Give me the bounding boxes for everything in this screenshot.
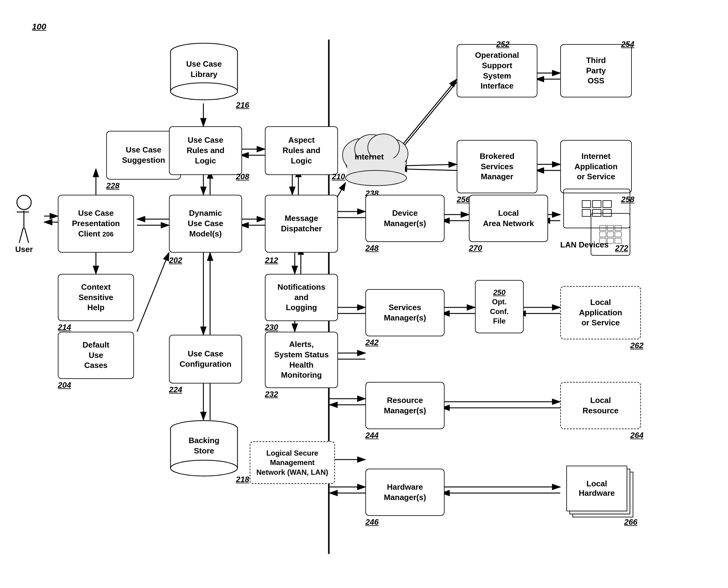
aspect-rules-label: AspectRules andLogic: [283, 135, 320, 166]
local-app-box: LocalApplicationor Service: [560, 286, 641, 339]
notifications-label: NotificationsandLogging: [277, 282, 325, 313]
operational-support-box: OperationalSupportSystemInterface: [457, 44, 537, 98]
aspect-rules-box: AspectRules andLogic: [265, 126, 338, 175]
internet-app-label: InternetApplicationor Service: [575, 151, 618, 182]
message-dispatcher-label: MessageDispatcher: [281, 213, 322, 234]
user-figure: User: [15, 195, 33, 254]
third-party-oss-box: ThirdPartyOSS: [560, 44, 632, 98]
svg-point-67: [170, 83, 237, 100]
use-case-rules-box: Use CaseRules andLogic: [169, 126, 242, 175]
dynamic-use-case-box: DynamicUse CaseModel(s): [169, 195, 242, 253]
context-sensitive-label: ContextSensitiveHelp: [79, 282, 113, 313]
ref-254: 254: [621, 40, 634, 49]
ref-246: 246: [366, 518, 378, 527]
diagram-container: 100: [0, 0, 728, 588]
svg-line-61: [137, 253, 169, 332]
services-manager-label: ServicesManager(s): [384, 302, 426, 323]
context-sensitive-box: ContextSensitiveHelp: [58, 274, 134, 321]
default-use-cases-label: DefaultUseCases: [83, 340, 109, 371]
ref-264: 264: [630, 430, 643, 440]
use-case-config-label: Use CaseConfiguration: [180, 349, 231, 370]
lan-devices-area: LAN Devices: [560, 189, 633, 250]
local-hardware-area: LocalHardware: [560, 460, 645, 521]
brokered-services-label: BrokeredServicesManager: [480, 151, 514, 182]
ref-242: 242: [366, 338, 378, 347]
user-label: User: [15, 245, 33, 254]
alerts-label: Alerts,System StatusHealthMonitoring: [274, 339, 329, 380]
ref-248: 248: [366, 244, 378, 253]
local-resource-label: LocalResource: [582, 395, 619, 416]
use-case-rules-label: Use CaseRules andLogic: [187, 135, 224, 166]
dynamic-use-case-label: DynamicUse CaseModel(s): [188, 208, 223, 239]
local-resource-box: LocalResource: [560, 382, 641, 429]
ref-270: 270: [469, 244, 482, 253]
ref-218: 218: [236, 475, 249, 484]
ref-208: 208: [236, 172, 249, 182]
ref-100: 100: [32, 22, 46, 31]
message-dispatcher-box: MessageDispatcher: [265, 195, 338, 253]
ref-202: 202: [169, 256, 182, 265]
alerts-box: Alerts,System StatusHealthMonitoring: [265, 332, 338, 388]
operational-support-label: OperationalSupportSystemInterface: [475, 50, 519, 91]
internet-cloud: Internet: [341, 128, 411, 190]
hardware-manager-label: HardwareManager(s): [384, 482, 426, 503]
svg-point-72: [170, 460, 237, 476]
use-case-presentation-box: Use CasePresentationClient 206: [58, 195, 134, 253]
notifications-box: NotificationsandLogging: [265, 274, 338, 321]
local-area-network-label: LocalArea Network: [483, 208, 534, 229]
resource-manager-box: ResourceManager(s): [366, 382, 444, 429]
logical-secure-label: Logical SecureManagementNetwork (WAN, LA…: [256, 448, 328, 477]
services-manager-box: ServicesManager(s): [366, 289, 444, 336]
backing-store-cylinder: BackingStore: [169, 420, 239, 478]
device-manager-label: DeviceManager(s): [384, 208, 426, 229]
ref-272: 272: [615, 244, 628, 253]
ref-266: 266: [624, 518, 637, 527]
use-case-config-box: Use CaseConfiguration: [169, 335, 242, 383]
use-case-library-cylinder: Use CaseLibrary: [169, 43, 239, 102]
hardware-manager-box: HardwareManager(s): [366, 469, 444, 516]
ref-212: 212: [265, 256, 278, 265]
logical-secure-box: Logical SecureManagementNetwork (WAN, LA…: [250, 441, 335, 484]
default-use-cases-box: DefaultUseCases: [58, 332, 134, 379]
ref-232: 232: [265, 390, 278, 399]
ref-252: 252: [496, 40, 509, 49]
ref-204: 204: [58, 380, 71, 390]
svg-point-79: [346, 170, 407, 186]
internet-app-box: InternetApplicationor Service: [560, 140, 632, 193]
device-manager-box: DeviceManager(s): [366, 195, 444, 242]
local-area-network-box: LocalArea Network: [469, 195, 548, 242]
ref-262: 262: [630, 341, 643, 350]
resource-manager-label: ResourceManager(s): [384, 395, 426, 416]
use-case-presentation-label: Use CasePresentationClient 206: [72, 208, 120, 239]
ref-228: 228: [106, 181, 119, 190]
brokered-services-box: BrokeredServicesManager: [457, 140, 537, 193]
ref-244: 244: [366, 430, 378, 440]
ref-256: 256: [457, 195, 470, 204]
ref-224: 224: [169, 385, 182, 395]
ref-230: 230: [265, 322, 278, 332]
local-app-label: LocalApplicationor Service: [579, 297, 622, 328]
third-party-oss-label: ThirdPartyOSS: [586, 56, 606, 86]
use-case-suggestion-label: Use CaseSuggestion: [122, 145, 165, 166]
ref-216: 216: [236, 101, 249, 110]
ref-214: 214: [58, 322, 71, 332]
opt-conf-box: 250 Opt.Conf.File: [475, 280, 524, 333]
